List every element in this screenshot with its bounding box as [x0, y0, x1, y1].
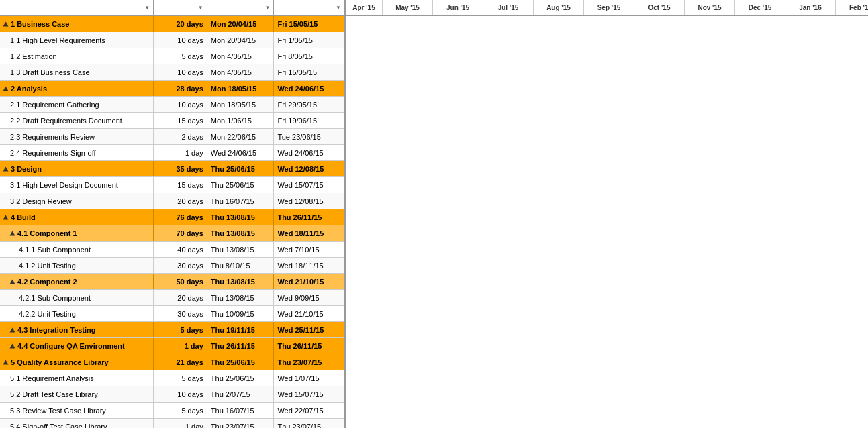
cell-duration: 5 days — [154, 48, 207, 64]
table-row[interactable]: 2.2 Draft Requirements Document 15 days … — [0, 113, 344, 129]
cell-start: Thu 26/11/15 — [207, 338, 275, 354]
month-header: Jan '16 — [785, 0, 836, 15]
table-row[interactable]: 4.2 Component 2 50 days Thu 13/08/15 Wed… — [0, 274, 344, 290]
cell-duration: 50 days — [154, 274, 207, 289]
cell-finish: Thu 26/11/15 — [274, 338, 344, 354]
gantt-section: Apr '15May '15Jun '15Jul '15Aug '15Sep '… — [346, 0, 868, 428]
cell-duration: 1 day — [154, 338, 207, 354]
cell-finish: Wed 25/11/15 — [274, 322, 344, 337]
cell-finish: Thu 23/07/15 — [274, 419, 344, 428]
table-row[interactable]: 4.2.1 Sub Component 20 days Thu 13/08/15… — [0, 290, 344, 306]
table-row[interactable]: 4.1.1 Sub Component 40 days Thu 13/08/15… — [0, 242, 344, 258]
cell-duration: 20 days — [154, 16, 207, 32]
table-row[interactable]: 2.1 Requirement Gathering 10 days Mon 18… — [0, 97, 344, 113]
cell-duration: 10 days — [154, 97, 207, 112]
col-header-finish[interactable]: ▼ — [274, 0, 344, 15]
table-section: ▼ ▼ ▼ ▼ 1 Business Case 20 days Mon 20/0… — [0, 0, 346, 428]
table-row[interactable]: 5.2 Draft Test Case Library 10 days Thu … — [0, 386, 344, 403]
cell-task: 5.1 Requirement Analysis — [0, 370, 154, 386]
cell-finish: Wed 22/07/15 — [274, 403, 344, 418]
cell-task: 3 Design — [0, 161, 154, 176]
col-header-task[interactable]: ▼ — [0, 0, 154, 15]
cell-finish: Wed 15/07/15 — [274, 386, 344, 402]
table-row[interactable]: 4 Build 76 days Thu 13/08/15 Thu 26/11/1… — [0, 209, 344, 225]
cell-task: 2.3 Requirements Review — [0, 129, 154, 144]
table-row[interactable]: 4.4 Configure QA Environment 1 day Thu 2… — [0, 338, 344, 354]
cell-task: 1.2 Estimation — [0, 48, 154, 64]
cell-start: Thu 19/11/15 — [207, 322, 275, 337]
table-row[interactable]: 1.2 Estimation 5 days Mon 4/05/15 Fri 8/… — [0, 48, 344, 64]
month-header: Oct '15 — [634, 0, 685, 15]
cell-task: 5.3 Review Test Case Library — [0, 403, 154, 418]
cell-start: Mon 1/06/15 — [207, 113, 275, 128]
cell-duration: 70 days — [154, 225, 207, 241]
table-row[interactable]: 1 Business Case 20 days Mon 20/04/15 Fri… — [0, 16, 344, 32]
cell-start: Thu 8/10/15 — [207, 258, 275, 273]
cell-duration: 1 day — [154, 419, 207, 428]
table-row[interactable]: 4.3 Integration Testing 5 days Thu 19/11… — [0, 322, 344, 338]
table-row[interactable]: 4.1 Component 1 70 days Thu 13/08/15 Wed… — [0, 225, 344, 242]
col-header-start[interactable]: ▼ — [207, 0, 275, 15]
cell-start: Thu 16/07/15 — [207, 193, 275, 209]
cell-finish: Fri 8/05/15 — [274, 48, 344, 64]
cell-task: 4 Build — [0, 209, 154, 225]
table-row[interactable]: 3.2 Design Review 20 days Thu 16/07/15 W… — [0, 193, 344, 209]
cell-start: Thu 13/08/15 — [207, 209, 275, 225]
cell-task: 3.1 High Level Design Document — [0, 177, 154, 193]
cell-start: Thu 25/06/15 — [207, 161, 275, 176]
start-sort-icon[interactable]: ▼ — [264, 5, 270, 11]
month-header: Sep '15 — [584, 0, 634, 15]
cell-duration: 30 days — [154, 306, 207, 321]
cell-finish: Tue 23/06/15 — [274, 129, 344, 144]
col-header-duration[interactable]: ▼ — [154, 0, 207, 15]
cell-finish: Thu 23/07/15 — [274, 354, 344, 370]
cell-duration: 21 days — [154, 354, 207, 370]
cell-start: Thu 2/07/15 — [207, 386, 275, 402]
cell-start: Thu 25/06/15 — [207, 354, 275, 370]
month-header: Jun '15 — [433, 0, 483, 15]
cell-task: 2.4 Requirements Sign-off — [0, 145, 154, 160]
table-row[interactable]: 2 Analysis 28 days Mon 18/05/15 Wed 24/0… — [0, 81, 344, 97]
main-container: ▼ ▼ ▼ ▼ 1 Business Case 20 days Mon 20/0… — [0, 0, 868, 428]
cell-task: 2 Analysis — [0, 81, 154, 96]
table-row[interactable]: 5 Quality Assurance Library 21 days Thu … — [0, 354, 344, 370]
cell-start: Mon 20/04/15 — [207, 32, 275, 48]
table-row[interactable]: 3.1 High Level Design Document 15 days T… — [0, 177, 344, 193]
task-sort-icon[interactable]: ▼ — [144, 5, 150, 11]
cell-task: 4.1 Component 1 — [0, 225, 154, 241]
table-row[interactable]: 1.1 High Level Requirements 10 days Mon … — [0, 32, 344, 48]
cell-start: Mon 4/05/15 — [207, 48, 275, 64]
cell-finish: Wed 24/06/15 — [274, 81, 344, 96]
finish-sort-icon[interactable]: ▼ — [336, 5, 341, 11]
cell-start: Thu 13/08/15 — [207, 242, 275, 257]
cell-task: 4.2 Component 2 — [0, 274, 154, 289]
cell-finish: Wed 12/08/15 — [274, 193, 344, 209]
cell-task: 4.1.1 Sub Component — [0, 242, 154, 257]
table-row[interactable]: 3 Design 35 days Thu 25/06/15 Wed 12/08/… — [0, 161, 344, 177]
cell-start: Mon 18/05/15 — [207, 97, 275, 112]
table-header: ▼ ▼ ▼ ▼ — [0, 0, 344, 16]
cell-start: Mon 20/04/15 — [207, 16, 275, 32]
cell-duration: 35 days — [154, 161, 207, 176]
table-row[interactable]: 4.2.2 Unit Testing 30 days Thu 10/09/15 … — [0, 306, 344, 322]
table-row[interactable]: 4.1.2 Unit Testing 30 days Thu 8/10/15 W… — [0, 258, 344, 274]
cell-duration: 10 days — [154, 386, 207, 402]
cell-task: 1.3 Draft Business Case — [0, 64, 154, 80]
cell-task: 1.1 High Level Requirements — [0, 32, 154, 48]
table-row[interactable]: 5.1 Requirement Analysis 5 days Thu 25/0… — [0, 370, 344, 386]
gantt-header: Apr '15May '15Jun '15Jul '15Aug '15Sep '… — [346, 0, 868, 16]
cell-task: 4.2.2 Unit Testing — [0, 306, 154, 321]
cell-finish: Wed 12/08/15 — [274, 161, 344, 176]
table-row[interactable]: 1.3 Draft Business Case 10 days Mon 4/05… — [0, 64, 344, 81]
month-header: Apr '15 — [346, 0, 383, 15]
month-header: Jul '15 — [483, 0, 534, 15]
duration-sort-icon[interactable]: ▼ — [198, 5, 203, 11]
month-header: Feb '16 — [836, 0, 868, 15]
table-row[interactable]: 5.4 Sign-off Test Case Library 1 day Thu… — [0, 419, 344, 428]
table-row[interactable]: 2.3 Requirements Review 2 days Mon 22/06… — [0, 129, 344, 145]
table-row[interactable]: 2.4 Requirements Sign-off 1 day Wed 24/0… — [0, 145, 344, 161]
month-header: Aug '15 — [534, 0, 584, 15]
cell-finish: Fri 19/06/15 — [274, 113, 344, 128]
table-row[interactable]: 5.3 Review Test Case Library 5 days Thu … — [0, 403, 344, 419]
cell-duration: 28 days — [154, 81, 207, 96]
